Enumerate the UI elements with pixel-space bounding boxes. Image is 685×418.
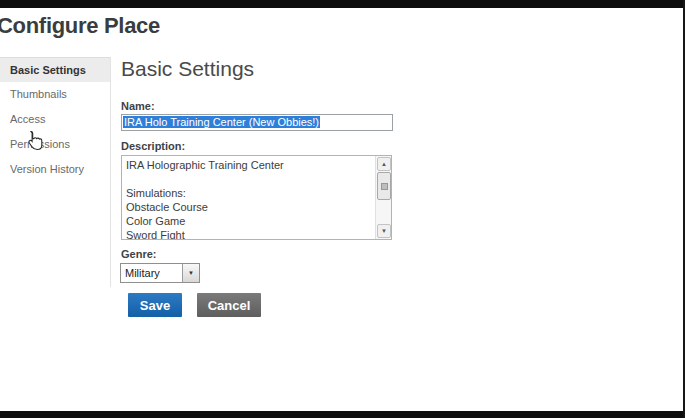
scrollbar-thumb[interactable] <box>377 172 391 200</box>
section-heading: Basic Settings <box>121 57 254 81</box>
sidebar-item-permissions[interactable]: Permissions <box>0 132 110 157</box>
genre-selected-value: Military <box>125 264 160 282</box>
description-line: Obstacle Course <box>126 200 375 214</box>
dropdown-arrow-icon: ▼ <box>183 264 199 282</box>
configure-place-page: Configure Place Basic Settings Thumbnail… <box>0 0 685 418</box>
description-text: IRA Holographic Training Center Simulati… <box>122 158 375 240</box>
sidebar-item-basic-settings[interactable]: Basic Settings <box>0 57 110 82</box>
sidebar-item-version-history[interactable]: Version History <box>0 157 110 182</box>
genre-label: Genre: <box>121 248 156 260</box>
description-line: Color Game <box>126 214 375 228</box>
name-label: Name: <box>121 100 155 112</box>
name-input-selected-text: IRA Holo Training Center (New Obbies!) <box>123 116 320 128</box>
sidebar-item-thumbnails[interactable]: Thumbnails <box>0 82 110 107</box>
description-textarea[interactable]: IRA Holographic Training Center Simulati… <box>121 155 392 240</box>
scroll-up-icon: ▲ <box>381 161 387 167</box>
name-input[interactable]: IRA Holo Training Center (New Obbies!) <box>121 114 393 131</box>
textarea-scrollbar[interactable]: ▲ ▼ <box>375 156 391 239</box>
top-black-bar <box>0 0 685 8</box>
description-line: IRA Holographic Training Center <box>126 158 375 172</box>
description-line <box>126 172 375 186</box>
description-line: Sword Fight <box>126 228 375 240</box>
save-button[interactable]: Save <box>128 293 182 317</box>
scroll-down-button[interactable]: ▼ <box>377 224 391 238</box>
sidebar-item-access[interactable]: Access <box>0 107 110 132</box>
sidebar: Basic Settings Thumbnails Access Permiss… <box>0 57 111 287</box>
description-line: Simulations: <box>126 186 375 200</box>
description-label: Description: <box>121 140 185 152</box>
genre-select[interactable]: Military ▼ <box>120 263 200 283</box>
scroll-down-icon: ▼ <box>381 228 387 234</box>
scroll-up-button[interactable]: ▲ <box>377 157 391 171</box>
bottom-black-bar <box>0 411 685 418</box>
cancel-button[interactable]: Cancel <box>197 293 261 317</box>
genre-dropdown-button[interactable]: ▼ <box>182 264 199 282</box>
page-title: Configure Place <box>0 13 160 39</box>
